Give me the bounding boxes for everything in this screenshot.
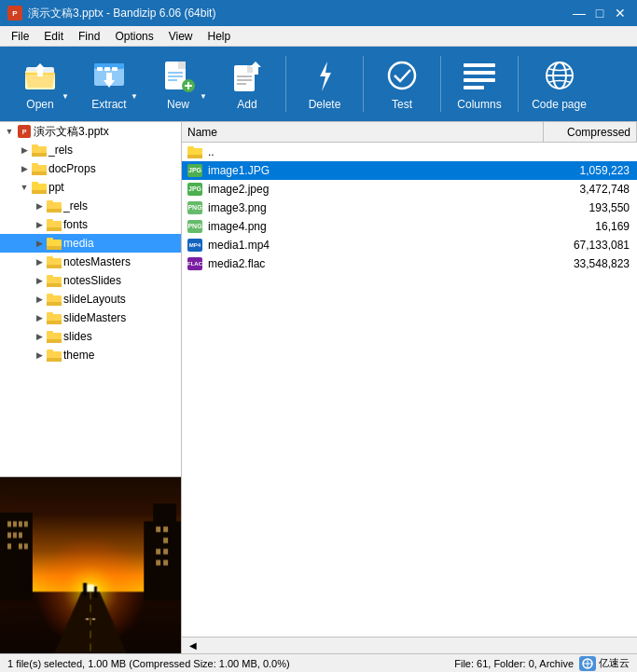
pptx-file-icon: P: [17, 124, 32, 139]
image1-name: image1.JPG: [204, 164, 544, 177]
image4-size: 16,169: [544, 220, 637, 233]
codepage-icon: [541, 57, 578, 94]
open-label: Open: [26, 98, 53, 111]
tree-expand-rels: ▶: [17, 143, 32, 158]
file-row-image3[interactable]: PNG image3.png 193,550: [182, 199, 637, 217]
svg-rect-53: [47, 219, 53, 223]
new-arrow: ▼: [200, 92, 207, 101]
svg-rect-69: [47, 321, 62, 324]
columns-label: Columns: [457, 98, 501, 111]
svg-rect-15: [178, 62, 186, 69]
svg-rect-48: [32, 190, 47, 194]
svg-rect-34: [464, 71, 495, 75]
menu-options[interactable]: Options: [107, 28, 160, 45]
tree-label-root: 演示文稿3.pptx: [34, 124, 109, 140]
file-row-media2[interactable]: FLAC media2.flac 33,548,823: [182, 254, 637, 273]
tree-expand-notesmasters: ▶: [32, 254, 47, 269]
tree-item-slidelayouts[interactable]: ▶ slideLayouts: [0, 290, 181, 309]
image3-size: 193,550: [544, 201, 637, 214]
scroll-left-arrow[interactable]: ◀: [189, 640, 197, 651]
menu-help[interactable]: Help: [201, 28, 239, 45]
tree-expand-slidemasters: ▶: [32, 310, 47, 325]
tree-label-rels2: _rels: [63, 199, 88, 213]
menu-edit[interactable]: Edit: [36, 28, 71, 45]
svg-rect-57: [47, 246, 62, 250]
image2-icon: JPG: [186, 181, 204, 198]
image2-size: 3,472,748: [544, 183, 637, 196]
tree-item-theme[interactable]: ▶ theme: [0, 346, 181, 364]
media1-size: 67,133,081: [544, 239, 637, 252]
folder-icon-notesslides: [47, 274, 62, 287]
status-left: 1 file(s) selected, 1.00 MB (Compressed …: [7, 658, 290, 669]
tree-expand-notesslides: ▶: [32, 273, 47, 288]
extract-button[interactable]: Extract ▼: [76, 50, 142, 117]
file-row-image2[interactable]: JPG image2.jpeg 3,472,748: [182, 180, 637, 199]
file-row-image4[interactable]: PNG image4.png 16,169: [182, 217, 637, 236]
menu-view[interactable]: View: [161, 28, 201, 45]
menu-find[interactable]: Find: [71, 28, 107, 45]
tree-item-root[interactable]: ▼ P 演示文稿3.pptx: [0, 122, 181, 141]
toolbar-separator-3: [440, 56, 441, 112]
tree-label-slides: slides: [63, 330, 92, 343]
media2-size: 33,548,823: [544, 257, 637, 270]
preview-panel: [0, 476, 182, 653]
tree-item-rels2[interactable]: ▶ _rels: [0, 197, 181, 215]
svg-marker-31: [320, 62, 331, 91]
test-label: Test: [392, 98, 412, 111]
svg-rect-68: [47, 312, 53, 316]
delete-button[interactable]: Delete: [292, 50, 357, 117]
tree-item-ppt[interactable]: ▼ ppt: [0, 178, 181, 197]
col-header-compressed[interactable]: Compressed: [544, 122, 637, 142]
tree-item-docprops[interactable]: ▶ docProps: [0, 159, 181, 178]
tree-item-media[interactable]: ▶ media: [0, 234, 181, 253]
codepage-label: Code page: [532, 98, 587, 111]
tree-item-notesmasters[interactable]: ▶ notesMasters: [0, 253, 181, 271]
close-button[interactable]: ✕: [611, 4, 630, 22]
svg-rect-60: [47, 265, 62, 268]
file-row-parent[interactable]: ..: [182, 143, 637, 161]
svg-rect-65: [47, 294, 53, 297]
folder-icon-slidemasters: [47, 311, 62, 324]
tree-expand-media: ▶: [32, 236, 47, 251]
tree-label-fonts: fonts: [63, 218, 88, 231]
svg-rect-78: [187, 155, 202, 158]
tree-item-slidemasters[interactable]: ▶ slideMasters: [0, 309, 181, 327]
open-button[interactable]: Open ▼: [7, 50, 73, 117]
svg-rect-44: [32, 163, 38, 167]
tree-label-slidelayouts: slideLayouts: [63, 293, 126, 306]
maximize-button[interactable]: □: [590, 4, 609, 22]
folder-icon-slidelayouts: [47, 293, 62, 306]
svg-rect-11: [112, 67, 118, 71]
file-row-image1[interactable]: JPG image1.JPG 1,059,223: [182, 161, 637, 180]
tree-expand-ppt: ▼: [17, 180, 32, 195]
tree-expand-docprops: ▶: [17, 161, 32, 176]
tree-expand-rels2: ▶: [32, 199, 47, 213]
title-bar: P 演示文稿3.pptx - Bandizip 6.06 (64bit) — □…: [0, 0, 637, 26]
codepage-button[interactable]: Code page: [524, 50, 594, 117]
folder-icon-slides: [47, 330, 62, 343]
svg-marker-4: [25, 75, 55, 88]
svg-rect-71: [47, 331, 53, 335]
col-header-name[interactable]: Name: [182, 122, 544, 142]
tree-expand-theme: ▶: [32, 348, 47, 363]
folder-icon-media: [47, 237, 62, 250]
new-button[interactable]: New ▼: [145, 50, 211, 117]
scroll-indicator: ◀: [182, 637, 637, 653]
file-row-media1[interactable]: MP4 media1.mp4 67,133,081: [182, 236, 637, 254]
title-bar-left: P 演示文稿3.pptx - Bandizip 6.06 (64bit): [7, 6, 215, 21]
svg-rect-33: [464, 63, 495, 67]
test-button[interactable]: Test: [369, 50, 435, 117]
tree-item-fonts[interactable]: ▶ fonts: [0, 215, 181, 234]
tree-item-slides[interactable]: ▶ slides: [0, 327, 181, 346]
image1-size: 1,059,223: [544, 164, 637, 177]
columns-button[interactable]: Columns: [447, 50, 512, 117]
add-button[interactable]: Add: [215, 50, 280, 117]
tree-item-notesslides[interactable]: ▶ notesSlides: [0, 271, 181, 290]
image4-name: image4.png: [204, 220, 544, 233]
tree-label-notesslides: notesSlides: [63, 274, 121, 287]
media1-name: media1.mp4: [204, 239, 544, 252]
preview-canvas: [0, 477, 181, 653]
tree-item-rels[interactable]: ▶ _rels: [0, 141, 181, 159]
minimize-button[interactable]: —: [570, 4, 589, 22]
menu-file[interactable]: File: [4, 28, 36, 45]
